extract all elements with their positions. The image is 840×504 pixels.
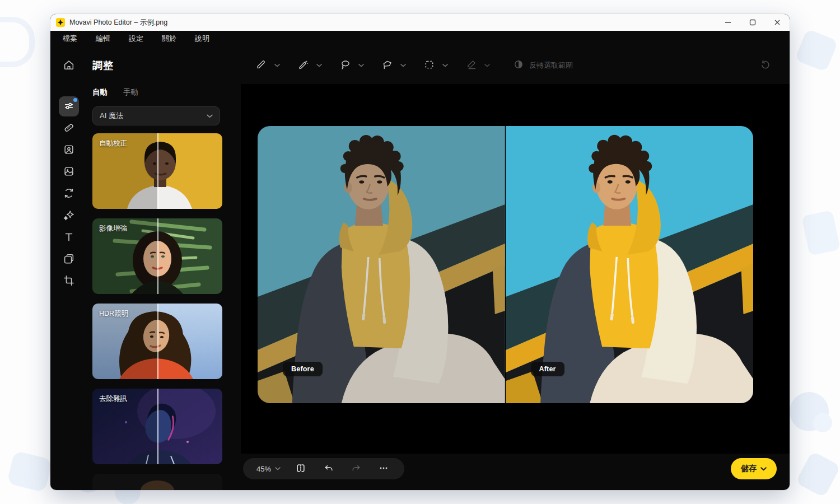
dropdown-value: AI 魔法 <box>100 111 123 121</box>
app-window: Movavi Photo Editor – 示例.png 檔案 編輯 設定 關於… <box>50 14 790 490</box>
background-doodle <box>801 210 840 256</box>
menu-item-edit[interactable]: 編輯 <box>96 34 110 44</box>
preset-label: 去除雜訊 <box>99 394 127 404</box>
tab-auto[interactable]: 自動 <box>92 87 108 97</box>
menu-item-settings[interactable]: 設定 <box>129 34 143 44</box>
restore-button[interactable] <box>59 184 79 204</box>
brush-dropdown-chevron[interactable] <box>273 60 282 71</box>
canvas-area[interactable]: Before After <box>241 84 790 454</box>
brush-icon <box>255 59 267 72</box>
menu-item-help[interactable]: 說明 <box>195 34 209 44</box>
background-doodle <box>795 29 838 72</box>
selection-toolbar: 反轉選取範圍 <box>241 46 790 84</box>
eraser-tool-button[interactable] <box>463 58 479 73</box>
background-icon <box>63 165 75 179</box>
split-line <box>157 133 158 209</box>
adjustments-icon <box>63 100 75 114</box>
magic-brush-tool-button[interactable] <box>295 58 311 73</box>
after-badge: After <box>531 362 564 376</box>
preset-label: 影像增強 <box>99 224 127 234</box>
tab-manual[interactable]: 手動 <box>123 87 138 97</box>
after-image: After <box>506 126 754 403</box>
marquee-selection-icon <box>423 59 435 72</box>
adjustments-button[interactable] <box>59 96 79 116</box>
magic-brush-dropdown-chevron[interactable] <box>315 60 324 71</box>
menu-bar: 檔案 編輯 設定 關於 說明 <box>50 31 790 46</box>
minimize-button[interactable] <box>716 14 740 31</box>
bottom-bar: 45% 儲存 <box>241 454 790 490</box>
marquee-dropdown-chevron[interactable] <box>441 60 450 71</box>
polygon-lasso-tool-button[interactable] <box>379 58 395 73</box>
magic-brush-icon <box>297 59 309 72</box>
lasso-dropdown-chevron[interactable] <box>357 60 366 71</box>
zoom-level-dropdown[interactable]: 45% <box>256 465 281 473</box>
close-button[interactable] <box>765 14 790 31</box>
background-doodle <box>813 413 832 432</box>
background-doodle <box>795 451 840 498</box>
eraser-icon <box>465 59 477 72</box>
preset-category-dropdown[interactable]: AI 魔法 <box>92 106 220 125</box>
before-after-compare[interactable]: Before After <box>258 126 753 403</box>
preset-card-partial[interactable] <box>92 474 222 490</box>
menu-item-about[interactable]: 關於 <box>162 34 176 44</box>
retouch-button[interactable] <box>59 118 79 138</box>
chevron-down-icon <box>275 467 281 470</box>
background-doodle <box>7 450 53 492</box>
reset-history-icon <box>759 59 771 72</box>
reset-button[interactable] <box>757 58 773 73</box>
redo-button[interactable] <box>349 461 363 476</box>
portrait-icon <box>63 143 75 157</box>
lasso-icon <box>339 59 351 72</box>
active-badge <box>73 98 77 102</box>
sidebar-rail <box>50 46 87 490</box>
invert-selection-label: 反轉選取範圍 <box>529 60 573 71</box>
preset-card-autocorrect[interactable]: 自動校正 <box>92 133 222 209</box>
eraser-dropdown-chevron[interactable] <box>483 60 492 71</box>
crop-icon <box>63 274 75 288</box>
more-options-button[interactable] <box>376 461 391 476</box>
effects-icon <box>63 209 75 223</box>
background-doodle <box>0 17 35 67</box>
save-button[interactable]: 儲存 <box>731 458 777 479</box>
panel-title: 調整 <box>92 59 241 72</box>
chevron-down-icon <box>207 114 213 118</box>
invert-selection-button[interactable]: 反轉選取範圍 <box>513 59 573 72</box>
split-line <box>157 304 158 379</box>
canvas-controls: 45% <box>243 458 404 479</box>
polygon-lasso-dropdown-chevron[interactable] <box>399 60 408 71</box>
app-logo-icon <box>56 18 65 27</box>
split-compare-button[interactable] <box>293 461 308 476</box>
lasso-tool-button[interactable] <box>337 58 353 73</box>
effects-button[interactable] <box>59 206 79 226</box>
menu-item-file[interactable]: 檔案 <box>63 34 77 44</box>
crop-button[interactable] <box>59 271 79 291</box>
frames-button[interactable] <box>59 249 79 269</box>
retouch-icon <box>63 122 75 136</box>
restore-icon <box>63 187 75 201</box>
panel-tabs: 自動 手動 <box>92 87 241 97</box>
adjust-panel: 調整 自動 手動 AI 魔法 自動校正 <box>87 46 241 490</box>
undo-icon <box>323 463 334 475</box>
home-button[interactable] <box>59 55 79 76</box>
preset-card-enhance[interactable]: 影像增強 <box>92 218 222 294</box>
portrait-button[interactable] <box>59 140 79 160</box>
zoom-level-value: 45% <box>256 465 271 473</box>
marquee-selection-tool-button[interactable] <box>421 58 437 73</box>
background-button[interactable] <box>59 162 79 182</box>
window-titlebar: Movavi Photo Editor – 示例.png <box>50 14 790 31</box>
brush-tool-button[interactable] <box>253 58 269 73</box>
window-controls <box>716 14 790 31</box>
before-image: Before <box>258 126 506 403</box>
more-options-icon <box>378 463 389 475</box>
maximize-button[interactable] <box>740 14 765 31</box>
preset-card-denoise[interactable]: 去除雜訊 <box>92 389 222 464</box>
main-area: 反轉選取範圍 Before After <box>241 46 790 490</box>
undo-button[interactable] <box>321 461 336 476</box>
split-compare-icon <box>295 463 306 475</box>
polygon-lasso-icon <box>381 59 393 72</box>
save-button-label: 儲存 <box>741 464 757 474</box>
text-button[interactable] <box>59 227 79 248</box>
preset-label: HDR照明 <box>99 309 128 319</box>
preset-card-hdr[interactable]: HDR照明 <box>92 304 222 379</box>
text-icon <box>63 231 75 245</box>
